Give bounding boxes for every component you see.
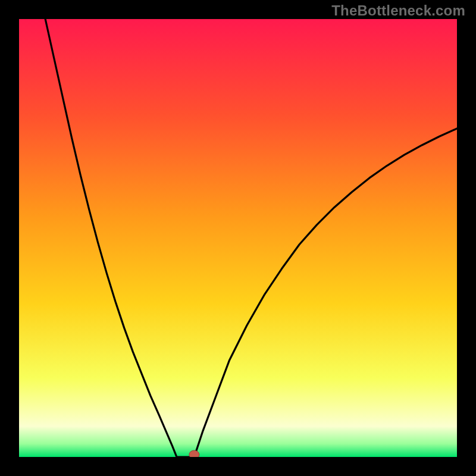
watermark-text: TheBottleneck.com bbox=[331, 2, 465, 19]
gradient-background bbox=[19, 19, 457, 457]
valley-marker bbox=[189, 450, 199, 457]
plot-area bbox=[19, 19, 457, 457]
plot-svg bbox=[19, 19, 457, 457]
chart-frame: TheBottleneck.com bbox=[0, 0, 476, 476]
